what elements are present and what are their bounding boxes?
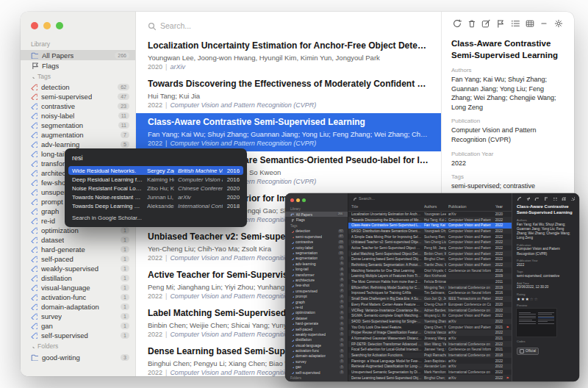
zoom-button[interactable]: [302, 198, 306, 202]
refresh-icon[interactable]: [517, 196, 521, 201]
sidebar-tag-item[interactable]: architecture 3: [285, 277, 348, 282]
preview-thumbnail[interactable]: [517, 309, 556, 337]
sidebar-tag-item[interactable]: weakly-supervised 1: [21, 264, 135, 273]
table-row[interactable]: EfficientNet: Rethinking Model Scaling f…: [348, 284, 512, 290]
sidebar-tag-item[interactable]: gan 1: [285, 364, 348, 370]
table-row[interactable]: Label Matching Semi-Supervised Object De…: [348, 251, 512, 256]
table-row[interactable]: Small Data Challenges in Big Data Era: A…: [348, 296, 512, 302]
sidebar-item-good-writing[interactable]: good-writing 3: [285, 381, 348, 381]
table-row[interactable]: Localization Uncertainty Estimation for …: [348, 212, 512, 218]
sidebar-tag-item[interactable]: dataset 1: [285, 315, 348, 320]
sidebar-tag-item[interactable]: semi-supervised 47: [21, 92, 135, 101]
list-view-icon[interactable]: [511, 19, 520, 28]
table-row[interactable]: Dense Learning based Semi-Supervised Obj…: [348, 375, 512, 381]
table-row[interactable]: A Normalized Gaussian Wasserstein Distan…: [348, 336, 512, 342]
flag-icon[interactable]: [543, 196, 548, 201]
table-row[interactable]: Learning Multiple Layers of Features fro…: [348, 273, 512, 279]
table-row[interactable]: Class-Aware Contrastive Semi-Supervised …: [348, 223, 512, 229]
table-row[interactable]: VICReg: Variance-Invariance-Covariance R…: [348, 307, 512, 313]
sidebar-tag-item[interactable]: survey 1: [21, 312, 135, 321]
table-row[interactable]: Matching Networks for One Shot Learning.…: [348, 267, 512, 273]
sidebar-tag-item[interactable]: long-tail 4: [285, 267, 348, 272]
table-row[interactable]: You Only Look One-level Feature. Qiang C…: [348, 324, 512, 330]
table-row[interactable]: A Simple Data Mixing Prior for Improving…: [348, 234, 512, 240]
suggestion-item[interactable]: Deep Residual Learning for Image Recogni…: [68, 175, 243, 184]
sidebar-tag-item[interactable]: few-shot 2: [285, 283, 348, 288]
sidebar-tag-item[interactable]: semi-supervised 47: [285, 234, 348, 239]
table-row[interactable]: Flamingo: a Visual Language Model for Fe…: [348, 358, 512, 364]
settings-icon[interactable]: [554, 19, 563, 28]
trash-icon[interactable]: [467, 19, 476, 28]
close-button[interactable]: [290, 198, 294, 202]
sidebar-tag-item[interactable]: weakly-supervised 1: [285, 331, 348, 337]
table-row[interactable]: Improved Techniques for Training GANs Ti…: [348, 290, 512, 296]
suggestion-item[interactable]: Towards Noise-resistant Object Detection…: [68, 193, 243, 202]
sidebar-tag-item[interactable]: detection 62: [285, 229, 348, 234]
table-row[interactable]: Focal Self-attention for Local-Global In…: [348, 347, 512, 353]
sidebar-item-all-papers[interactable]: All Papers 266: [21, 50, 135, 60]
sidebar-tag-item[interactable]: self-supervised 1: [21, 331, 135, 340]
table-view-icon[interactable]: [526, 19, 534, 28]
table-row[interactable]: Rethinking Semantic Segmentation: A Prot…: [348, 262, 512, 268]
table-row[interactable]: S4OD: Semi-Supervised learning for Singl…: [348, 319, 512, 325]
sidebar-tag-item[interactable]: adv-learning 5: [285, 261, 348, 266]
sidebar-tag-item[interactable]: gan 1: [21, 321, 135, 331]
table-row[interactable]: Unsupervised Semantic Segmentation by Di…: [348, 370, 512, 376]
sidebar-tag-item[interactable]: hard-generate 1: [21, 245, 135, 254]
sidebar-item-flags[interactable]: Flags: [285, 217, 348, 222]
suggestion-item[interactable]: Towards Deep Learning Models Resistant t…: [68, 202, 243, 211]
table-row[interactable]: Towards Discovering the Effectiveness of…: [348, 217, 512, 223]
table-row[interactable]: Active Teacher for Semi-Supervised Objec…: [348, 245, 512, 251]
refresh-icon[interactable]: [453, 19, 462, 28]
sidebar-tag-item[interactable]: unsupervised 2: [285, 288, 348, 293]
more-icon[interactable]: [539, 19, 548, 28]
suggestion-item[interactable]: Wide Residual Networks. Sergey Zagoruyko…: [68, 166, 243, 175]
sidebar-tag-item[interactable]: augmentation 7: [285, 256, 348, 261]
sidebar-tag-item[interactable]: contrastive 23: [285, 240, 348, 245]
sidebar-tag-item[interactable]: re-id 1: [285, 304, 348, 309]
sidebar-tag-item[interactable]: self-paced 1: [285, 326, 348, 331]
folders-section-label[interactable]: Folders: [285, 375, 348, 381]
table-row[interactable]: The Most Common Habits from more than 20…: [348, 279, 512, 285]
sidebar-tag-item[interactable]: detection 62: [21, 82, 135, 92]
rating-stars[interactable]: ★★★☆☆: [517, 297, 575, 301]
sidebar-tag-item[interactable]: activation-func 1: [21, 292, 135, 302]
sidebar-tag-item[interactable]: visual-language 1: [21, 283, 135, 292]
sidebar-tag-item[interactable]: activation-func 1: [285, 348, 348, 353]
table-header[interactable]: Title Authors Publication Year: [348, 203, 512, 212]
tags-section-label[interactable]: Tags: [21, 71, 135, 82]
table-row[interactable]: Dense Learning based Semi-Supervised Obj…: [348, 256, 512, 262]
sidebar-tag-item[interactable]: noisy-label 11: [285, 245, 348, 250]
paper-list-item[interactable]: Localization Uncertainty Estimation for …: [136, 37, 441, 75]
sidebar-tag-item[interactable]: self-supervised 1: [285, 370, 348, 375]
table-row[interactable]: Proper Reuse of Image Classification Fea…: [348, 330, 512, 336]
sidebar-tag-item[interactable]: distillation 1: [21, 273, 135, 283]
settings-icon[interactable]: [570, 196, 575, 201]
sidebar-tag-item[interactable]: prompt 2: [285, 293, 348, 298]
sidebar-item-good-writing[interactable]: good-writing 3: [21, 352, 135, 362]
zoom-button[interactable]: [56, 22, 63, 29]
sidebar-tag-item[interactable]: domain-adaptation 1: [21, 302, 135, 312]
minimize-button[interactable]: [296, 198, 300, 202]
sidebar-tag-item[interactable]: hard-generate 1: [285, 320, 348, 326]
sidebar-tag-item[interactable]: segmentation 11: [285, 250, 348, 255]
search-bar[interactable]: Search...: [136, 21, 441, 37]
suggestion-item[interactable]: Noise Resistant Focal Loss for Object De…: [68, 184, 243, 193]
sidebar-item-flags[interactable]: Flags: [21, 60, 135, 71]
sidebar-tag-item[interactable]: domain-adaptation 1: [285, 353, 348, 359]
edit-icon[interactable]: [481, 19, 490, 28]
dark-window-controls[interactable]: [285, 197, 348, 206]
sidebar-tag-item[interactable]: optimization 1: [285, 310, 348, 315]
sidebar-tag-item[interactable]: distillation 1: [285, 337, 348, 342]
sidebar-tag-item[interactable]: segmentation 11: [21, 121, 135, 130]
sidebar-item-all-papers[interactable]: All Papers 266: [285, 212, 348, 217]
trash-icon[interactable]: [526, 196, 530, 201]
sidebar-tag-item[interactable]: noisy-label 11: [21, 111, 135, 121]
sidebar-tag-item[interactable]: self-paced 1: [21, 254, 135, 264]
sidebar-tag-item[interactable]: transformer 3: [285, 272, 348, 277]
codes-chip[interactable]: Official: [517, 348, 539, 355]
search-query-text[interactable]: resi: [72, 154, 240, 162]
sidebar-tag-item[interactable]: dataset 1: [21, 235, 135, 245]
table-row[interactable]: DASO: Distribution-Aware Semantics-Orien…: [348, 229, 512, 234]
sidebar-tag-item[interactable]: augmentation 7: [21, 130, 135, 140]
